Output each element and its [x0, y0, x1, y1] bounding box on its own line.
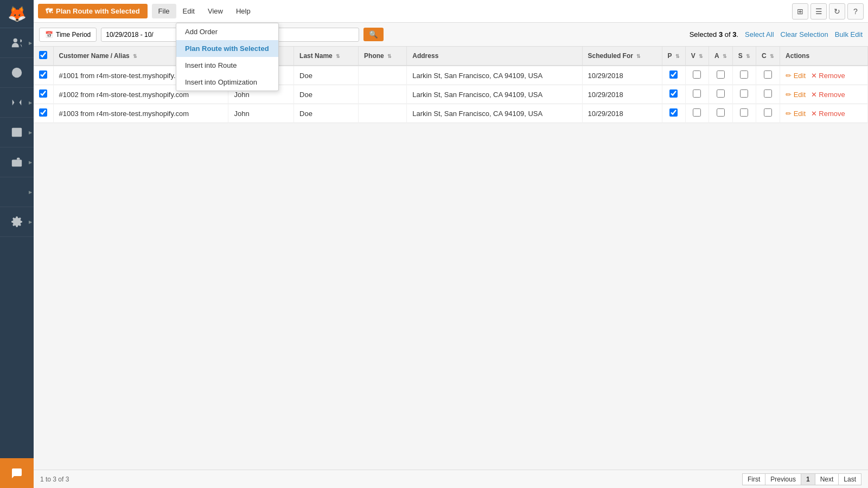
row-s-checkbox-2[interactable]: [740, 89, 748, 98]
row-v: [685, 85, 709, 104]
file-dropdown-menu: Add Order Plan Route with Selected Inser…: [176, 23, 279, 91]
menu-edit[interactable]: Edit: [176, 4, 201, 18]
plan-route-label: Plan Route with Selected: [56, 7, 140, 15]
clear-selection-link[interactable]: Clear Selection: [781, 30, 828, 38]
dropdown-insert-route[interactable]: Insert into Route: [176, 57, 278, 74]
edit-link-1[interactable]: ✏ Edit: [786, 72, 806, 80]
menu-file[interactable]: File: [152, 4, 176, 18]
orders-table-container: Customer Name / Alias ⇅ First Name ⇅ Las…: [34, 47, 868, 470]
header-phone[interactable]: Phone ⇅: [359, 47, 407, 66]
row-c-checkbox-3[interactable]: [764, 108, 772, 117]
row-c-checkbox-2[interactable]: [764, 89, 772, 98]
select-all-checkbox[interactable]: [39, 51, 47, 59]
calendar-icon: 📅: [45, 31, 53, 38]
row-v-checkbox-2[interactable]: [693, 89, 701, 98]
remove-link-1[interactable]: ✕ Remove: [811, 72, 845, 80]
dropdown-plan-route[interactable]: Plan Route with Selected: [176, 40, 278, 57]
row-v-checkbox-3[interactable]: [693, 108, 701, 117]
header-c[interactable]: C ⇅: [756, 47, 780, 66]
bulk-edit-link[interactable]: Bulk Edit: [835, 30, 863, 38]
sidebar-item-analytics[interactable]: ▶: [0, 177, 34, 207]
sidebar-logo[interactable]: 🦊: [0, 0, 34, 28]
row-phone: [359, 104, 407, 123]
page-1-button[interactable]: 1: [801, 473, 815, 485]
row-v: [685, 66, 709, 85]
selection-bar: Selected 3 of 3. Select All Clear Select…: [690, 30, 863, 38]
row-a: [709, 104, 733, 123]
header-s[interactable]: S ⇅: [732, 47, 756, 66]
sidebar-item-settings[interactable]: ▶: [0, 207, 34, 237]
chevron-icon: ▶: [29, 190, 32, 195]
chat-icon: [10, 467, 23, 480]
row-a-checkbox-2[interactable]: [717, 89, 725, 98]
row-s: [732, 66, 756, 85]
header-checkbox-cell: [34, 47, 53, 66]
route-icon: 🗺: [46, 7, 53, 15]
row-phone: [359, 85, 407, 104]
select-all-link[interactable]: Select All: [745, 30, 774, 38]
row-a-checkbox-1[interactable]: [717, 70, 725, 79]
refresh-button[interactable]: ↻: [829, 3, 845, 20]
orders-table: Customer Name / Alias ⇅ First Name ⇅ Las…: [34, 47, 868, 123]
time-period-label: Time Period: [56, 31, 91, 38]
edit-link-3[interactable]: ✏ Edit: [786, 110, 806, 118]
row-first-name: John: [228, 104, 294, 123]
chevron-icon: ▶: [29, 220, 32, 224]
row-s-checkbox-3[interactable]: [740, 108, 748, 117]
sidebar-item-team[interactable]: ▶: [0, 28, 34, 58]
row-c-checkbox-1[interactable]: [764, 70, 772, 79]
row-checkbox-1[interactable]: [39, 70, 47, 79]
dropdown-insert-optimization[interactable]: Insert into Optimization: [176, 74, 278, 91]
row-s: [732, 85, 756, 104]
svg-point-0: [14, 38, 17, 42]
menu-view[interactable]: View: [201, 4, 229, 18]
row-checkbox-cell: [34, 66, 53, 85]
sort-arrows: ⇅: [133, 54, 137, 59]
svg-point-5: [15, 162, 18, 165]
row-p-checkbox-2[interactable]: [669, 89, 678, 98]
time-period-button[interactable]: 📅 Time Period: [39, 28, 97, 42]
next-page-button[interactable]: Next: [815, 473, 839, 485]
chevron-icon: ▶: [29, 130, 32, 135]
selection-info: Selected 3 of 3.: [690, 30, 738, 38]
edit-link-2[interactable]: ✏ Edit: [786, 91, 806, 99]
row-v-checkbox-1[interactable]: [693, 70, 701, 79]
row-customer-name: #1003 from r4m-store-test.myshopify.com: [53, 104, 228, 123]
header-scheduled-for[interactable]: Scheduled For ⇅: [582, 47, 662, 66]
header-v[interactable]: V ⇅: [685, 47, 709, 66]
header-address[interactable]: Address: [407, 47, 582, 66]
plan-route-button[interactable]: 🗺 Plan Route with Selected: [38, 4, 148, 18]
chevron-icon: ▶: [29, 160, 32, 165]
sidebar-item-routes[interactable]: ▶: [0, 88, 34, 118]
menu-help[interactable]: Help: [229, 4, 257, 18]
sort-arrows: ⇅: [723, 54, 727, 59]
remove-link-3[interactable]: ✕ Remove: [811, 110, 845, 118]
sidebar-item-dispatch[interactable]: ▶: [0, 147, 34, 177]
row-p-checkbox-3[interactable]: [669, 108, 678, 117]
grid-view-button[interactable]: ⊞: [792, 3, 808, 20]
header-last-name[interactable]: Last Name ⇅: [294, 47, 359, 66]
list-view-button[interactable]: ☰: [810, 3, 827, 20]
svg-rect-3: [12, 128, 22, 137]
sidebar-item-help[interactable]: [0, 58, 34, 88]
row-checkbox-cell: [34, 85, 53, 104]
previous-page-button[interactable]: Previous: [765, 473, 801, 485]
last-page-button[interactable]: Last: [838, 473, 861, 485]
dropdown-add-order[interactable]: Add Order: [176, 23, 278, 40]
sidebar-chat-button[interactable]: [0, 458, 34, 488]
search-button[interactable]: 🔍: [363, 28, 384, 41]
first-page-button[interactable]: First: [742, 473, 765, 485]
row-p-checkbox-1[interactable]: [669, 70, 678, 79]
remove-link-2[interactable]: ✕ Remove: [811, 91, 845, 99]
row-checkbox-2[interactable]: [39, 89, 47, 98]
row-checkbox-3[interactable]: [39, 108, 47, 117]
header-a[interactable]: A ⇅: [709, 47, 733, 66]
row-s-checkbox-1[interactable]: [740, 70, 748, 79]
help-button[interactable]: ?: [847, 3, 864, 20]
orders-icon: [11, 126, 23, 138]
sidebar-item-orders[interactable]: ▶: [0, 118, 34, 147]
header-p[interactable]: P ⇅: [662, 47, 685, 66]
row-a-checkbox-3[interactable]: [717, 108, 725, 117]
dispatch-icon: [11, 156, 23, 168]
row-scheduled-for: 10/29/2018: [582, 66, 662, 85]
